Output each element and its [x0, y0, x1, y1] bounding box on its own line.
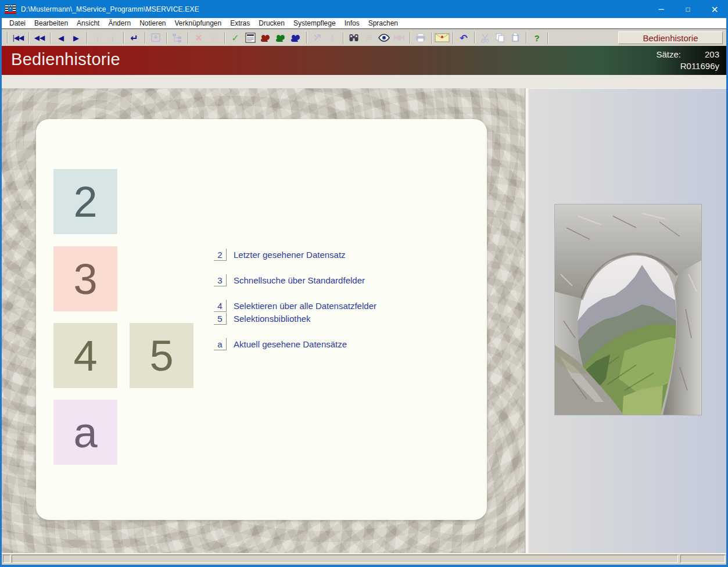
mountain-photo [555, 204, 701, 415]
toolbar-separator [474, 32, 475, 44]
legend-label: Selektionsbibliothek [234, 314, 311, 324]
cut-button[interactable] [478, 31, 493, 44]
mail-button[interactable] [435, 31, 450, 44]
menu-item-extras[interactable]: Extras [230, 19, 250, 27]
legend-row: 5 Selektionsbibliothek [214, 313, 311, 325]
legend-key: 5 [214, 313, 227, 325]
toolbar-separator [453, 32, 453, 44]
toolbar-separator [431, 32, 432, 44]
records-count: 203 [681, 49, 719, 60]
search-button[interactable] [346, 31, 361, 44]
menu-item-verknuepfungen[interactable]: Verknüpfungen [174, 19, 221, 27]
menu-item-drucken[interactable]: Drucken [259, 19, 285, 27]
legend-key: 3 [214, 274, 227, 286]
status-cell-main [12, 555, 678, 563]
legend-label: Schnellsuche über Standardfelder [234, 275, 365, 285]
toolbar-separator [188, 32, 188, 44]
legend-row: 4 Selektieren über alle Datensatzfelder [214, 300, 376, 312]
minimize-button[interactable]: ─ [648, 0, 675, 18]
menu-item-infos[interactable]: Infos [345, 19, 360, 27]
view-button[interactable] [376, 31, 392, 44]
menu-item-datei[interactable]: Datei [9, 19, 26, 27]
toolbar-separator [28, 32, 29, 44]
first-record-button[interactable]: |◀◀ [10, 31, 26, 44]
record-code: R011696y [656, 60, 719, 72]
undo-button[interactable]: ↶ [456, 31, 471, 44]
menu-item-notieren[interactable]: Notieren [139, 19, 166, 27]
toolbar-separator [166, 32, 167, 44]
close-button[interactable]: × [701, 0, 728, 18]
delete-button[interactable]: × [191, 31, 206, 44]
down-button[interactable]: ↓ [105, 31, 120, 44]
context-label: Bedienhistorie [618, 31, 723, 44]
previous-button[interactable]: ◀ [53, 31, 69, 44]
toolbar-separator [87, 32, 87, 44]
info-button[interactable]: i [325, 31, 340, 44]
menu-item-systempflege[interactable]: Systempflege [293, 19, 336, 27]
branch-button[interactable] [310, 31, 325, 44]
application-window: D:\Mustermann\_MService_Programm\MSERVIC… [0, 0, 728, 567]
maximize-button[interactable]: □ [675, 0, 701, 18]
favorite-button[interactable]: ♥ [206, 31, 221, 44]
list-button[interactable]: ≡ [361, 31, 376, 44]
paste-button[interactable] [508, 31, 523, 44]
print-button[interactable] [413, 31, 428, 44]
legend-row: 3 Schnellsuche über Standardfelder [214, 274, 365, 286]
menu-item-ansicht[interactable]: Ansicht [77, 19, 99, 27]
toolbar: |◀◀◀◀◀▶↑↓↵×♥✓i≡↶?Bedienhistorie [2, 30, 726, 46]
menu-item-aendern[interactable]: Ändern [108, 19, 131, 27]
legend-label: Letzter gesehener Datensatz [234, 250, 346, 260]
confirm-button[interactable]: ✓ [228, 31, 243, 44]
status-cell-right [680, 555, 725, 563]
squirrel-blue-button[interactable] [288, 31, 303, 44]
form-button[interactable] [243, 31, 258, 44]
window-title: D:\Mustermann\_MService_Programm\MSERVIC… [21, 5, 199, 13]
up-button[interactable]: ↑ [90, 31, 105, 44]
toolbar-separator [145, 32, 145, 44]
menu-item-sprachen[interactable]: Sprachen [368, 19, 398, 27]
toolbar-separator [50, 32, 51, 44]
status-bar [2, 553, 726, 565]
toolbar-separator [123, 32, 124, 44]
tile-key-3[interactable]: 3 [53, 246, 117, 311]
title-bar: D:\Mustermann\_MService_Programm\MSERVIC… [0, 0, 728, 18]
toolbar-separator [7, 32, 8, 44]
window-border-left [0, 18, 2, 567]
record-summary: Sätze: 203 R011696y [656, 49, 719, 72]
menu-bar: DateiBearbeitenAnsichtÄndernNotierenVerk… [2, 18, 726, 29]
sub-banner-strip [2, 75, 726, 88]
tile-key-5[interactable]: 5 [130, 323, 193, 388]
window-border-bottom [0, 565, 728, 567]
next-button[interactable]: ▶ [69, 31, 84, 44]
banner: Bedienhistorie Sätze: 203 R011696y [2, 46, 726, 75]
page-title: Bedienhistorie [11, 50, 120, 69]
import-button[interactable] [148, 31, 163, 44]
toolbar-separator [547, 32, 548, 44]
legend-label: Selektieren über alle Datensatzfelder [234, 301, 376, 311]
shortcut-card: 2 3 4 5 a 2 Letzter gesehener Datensatz … [36, 119, 487, 520]
tile-key-2[interactable]: 2 [53, 169, 117, 234]
tile-key-4[interactable]: 4 [53, 323, 117, 388]
squirrel-green-button[interactable] [273, 31, 288, 44]
menu-item-bearbeiten[interactable]: Bearbeiten [34, 19, 68, 27]
toolbar-separator [410, 32, 410, 44]
legend-row: a Aktuell gesehene Datensätze [214, 338, 347, 350]
legend-label: Aktuell gesehene Datensätze [234, 339, 347, 349]
legend-row: 2 Letzter gesehener Datensatz [214, 249, 346, 261]
toolbar-separator [306, 32, 307, 44]
tile-key-a[interactable]: a [53, 400, 117, 465]
panel-splitter[interactable] [525, 88, 529, 553]
status-cell-left [3, 555, 10, 563]
records-label: Sätze: [656, 49, 681, 60]
squirrel-red-button[interactable] [258, 31, 273, 44]
toolbar-separator [343, 32, 343, 44]
enter-button[interactable]: ↵ [127, 31, 142, 44]
legend-key: 2 [214, 249, 227, 261]
tree-button[interactable] [170, 31, 185, 44]
copy-button[interactable] [493, 31, 508, 44]
toolbar-separator [224, 32, 225, 44]
candy-button[interactable] [392, 31, 407, 44]
rewind-button[interactable]: ◀◀ [32, 31, 47, 44]
legend-key: a [214, 338, 227, 350]
help-button[interactable]: ? [529, 31, 544, 44]
